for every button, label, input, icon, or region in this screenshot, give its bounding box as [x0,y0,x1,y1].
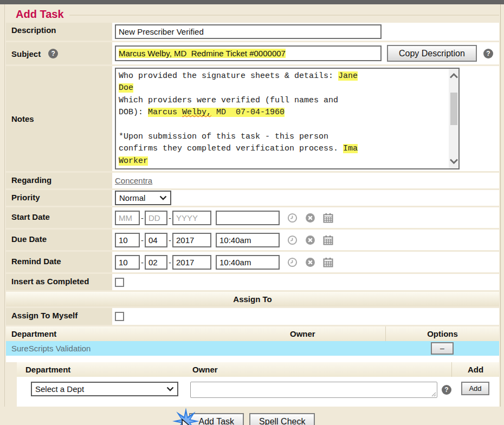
notes-label: Notes [6,66,112,171]
add-department-button[interactable]: Add [461,382,489,395]
resize-grip-icon[interactable] [431,392,436,397]
add-task-form: Add Task Description New Prescriber Veri… [4,4,501,407]
spell-check-button[interactable]: Spell Check [249,413,315,425]
clear-date-icon[interactable] [305,213,315,223]
remind-date-row: Remind Date - - [6,252,499,272]
remind-year-input[interactable] [172,255,211,270]
remind-date-label: Remind Date [6,252,112,272]
add-column-header: Add [451,362,499,377]
add-department-table: Department Owner Add Select a Dept [17,362,499,407]
subject-row: Subject ? Marcus Welby, MD Redmine Ticke… [6,42,499,64]
description-input[interactable]: New Prescriber Verified [115,24,382,39]
description-row: Description New Prescriber Verified [6,23,499,41]
insert-completed-row: Insert as Completed [6,274,499,290]
start-date-label: Start Date [6,207,112,228]
clock-icon[interactable] [287,213,298,223]
clear-date-icon[interactable] [305,257,315,267]
calendar-icon[interactable] [323,213,333,223]
options-column-header: Options [385,326,499,341]
subject-input[interactable]: Marcus Welby, MD Redmine Ticket #0000007 [115,45,382,61]
department-select[interactable]: Select a Dept [31,382,178,396]
owner-column-header: Owner [288,326,385,341]
due-time-input[interactable] [216,233,280,247]
owner-input[interactable] [190,382,437,398]
add-owner-column-header: Owner [190,362,451,377]
assigned-departments-table: Department Owner Options SureScripts Val… [6,326,499,356]
description-label: Description [6,23,112,41]
notes-row: Notes Who provided the signature sheets … [6,66,499,171]
due-date-label: Due Date [6,230,112,250]
due-month-input[interactable] [115,233,140,247]
assign-to-section-title: Assign To [6,292,499,306]
remind-month-input[interactable] [115,255,140,270]
scroll-up-icon[interactable] [449,69,458,83]
remove-department-button[interactable]: – [431,342,454,355]
regarding-row: Regarding Concentra [6,173,499,188]
start-year-input[interactable] [172,211,211,225]
owner-help-icon[interactable]: ? [442,385,451,395]
add-department-column-header: Department [17,362,190,377]
calendar-icon[interactable] [323,235,333,245]
table-row[interactable]: SureScripts Validation – [6,341,499,356]
due-day-input[interactable] [145,233,167,247]
start-date-row: Start Date - - [6,207,499,228]
priority-select[interactable]: Normal [115,191,171,205]
chevron-down-icon [159,195,167,200]
remind-day-input[interactable] [145,255,167,270]
due-year-input[interactable] [172,233,211,247]
scroll-down-icon[interactable] [449,154,458,168]
regarding-link[interactable]: Concentra [115,176,152,185]
assign-myself-row: Assign To Myself [6,308,499,325]
subject-copy-help-icon[interactable]: ? [483,49,493,58]
assigned-department-name: SureScripts Validation [6,344,288,353]
title-divider [69,15,499,16]
assign-myself-label: Assign To Myself [6,308,112,325]
clock-icon[interactable] [287,235,298,245]
priority-label: Priority [6,190,112,206]
window-top-bar [0,0,504,4]
spacer [6,356,499,362]
insert-completed-checkbox[interactable] [115,278,124,287]
clear-date-icon[interactable] [305,235,315,245]
add-task-button[interactable]: Add Task [189,413,244,425]
copy-description-button[interactable]: Copy Description [387,45,477,62]
department-column-header: Department [6,326,288,341]
subject-help-icon[interactable]: ? [48,49,58,58]
notes-content: Who provided the signature sheets & deta… [119,70,445,167]
page-title: Add Task [16,8,64,21]
start-time-input[interactable] [216,211,280,225]
scrollbar-thumb[interactable] [450,93,457,125]
chevron-down-icon [166,387,174,391]
footer-actions: Add Task Spell Check [0,407,504,425]
subject-label: Subject [11,49,41,58]
assign-myself-checkbox[interactable] [115,312,124,321]
start-day-input[interactable] [145,211,167,225]
regarding-label: Regarding [6,173,112,188]
notes-textarea[interactable]: Who provided the signature sheets & deta… [115,68,460,169]
priority-row: Priority Normal [6,190,499,206]
start-month-input[interactable] [115,211,140,225]
remind-time-input[interactable] [216,255,280,270]
calendar-icon[interactable] [323,257,333,267]
due-date-row: Due Date - - [6,230,499,250]
notes-scrollbar[interactable] [449,69,458,168]
clock-icon[interactable] [287,257,298,267]
insert-completed-label: Insert as Completed [6,274,112,290]
